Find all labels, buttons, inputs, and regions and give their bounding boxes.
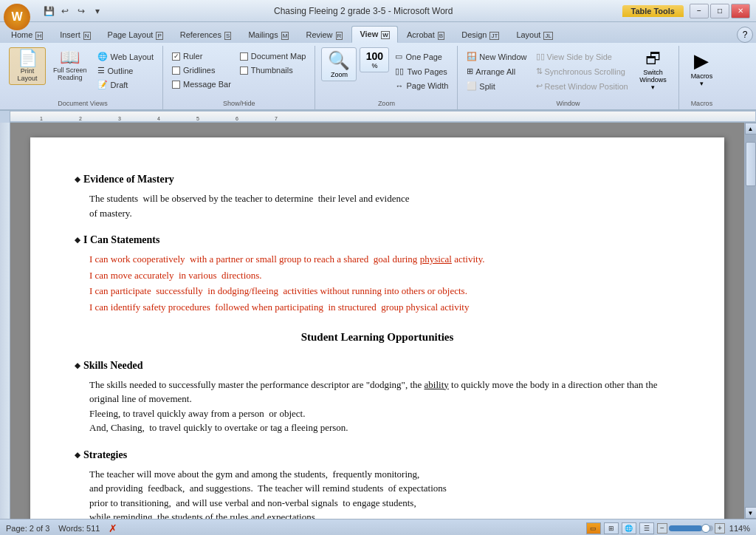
tab-home[interactable]: Home H xyxy=(3,27,51,43)
print-layout-button[interactable]: 📄 PrintLayout xyxy=(9,47,46,85)
outline-status-btn[interactable]: ☰ xyxy=(639,522,654,534)
i-can-heading-text: I Can Statements xyxy=(83,232,159,248)
new-window-button[interactable]: 🪟 New Window xyxy=(464,50,529,63)
zoom-label: Zoom xyxy=(331,71,348,78)
tab-references[interactable]: References S xyxy=(172,27,240,43)
group-macros: ▶ Macros ▾ Macros xyxy=(679,46,725,109)
tab-view[interactable]: View W xyxy=(351,26,398,43)
sync-scroll-icon: ⇅ xyxy=(536,67,543,76)
bullet-1: ◆ xyxy=(75,174,80,185)
print-layout-status-btn[interactable]: ▭ xyxy=(586,522,601,534)
two-pages-button[interactable]: ▯▯ Two Pages xyxy=(392,65,451,78)
tab-design[interactable]: Design JT xyxy=(453,27,507,43)
scroll-up-button[interactable]: ▲ xyxy=(745,123,757,134)
ribbon-tabs: Home H Insert N Page Layout P References… xyxy=(0,22,756,43)
gridlines-checkbox[interactable]: Gridlines xyxy=(169,64,234,76)
zoom-content: 🔍 Zoom 100 % ▭ One Page ▯▯ Two Pages ↔ P… xyxy=(321,47,451,98)
thumbnails-checkbox[interactable]: Thumbnails xyxy=(237,64,309,76)
document-map-checkbox[interactable]: Document Map xyxy=(237,50,309,62)
strategies-heading: ◆ Strategies xyxy=(75,447,680,463)
web-layout-button[interactable]: 🌐 Web Layout xyxy=(94,50,157,63)
underline-physical: physical xyxy=(420,253,452,265)
document-page: ◆ Evidence of Mastery The students will … xyxy=(30,137,724,519)
restore-button[interactable]: □ xyxy=(710,4,729,18)
window-label: Window xyxy=(556,100,580,109)
svg-text:7: 7 xyxy=(275,116,278,121)
tab-mailings[interactable]: Mailings M xyxy=(240,27,297,43)
redo-quick-btn[interactable]: ↪ xyxy=(74,4,89,18)
i-can-line-3: I can participate successfully in dodgin… xyxy=(89,284,680,299)
evidence-heading-text: Evidence of Mastery xyxy=(83,171,174,187)
full-screen-status-btn[interactable]: ⊞ xyxy=(604,522,619,534)
i-can-line-1: I can work cooperatively with a partner … xyxy=(89,252,680,267)
switch-windows-button[interactable]: 🗗 SwitchWindows ▾ xyxy=(634,47,673,93)
vertical-ruler xyxy=(0,123,10,519)
bullet-2: ◆ xyxy=(75,234,80,245)
window-title: Chasing Fleeing 2 grade 3-5 - Microsoft … xyxy=(105,6,622,16)
ruler-checkbox[interactable]: Ruler xyxy=(169,50,234,62)
tab-insert[interactable]: Insert N xyxy=(52,27,98,43)
svg-text:1: 1 xyxy=(40,116,43,121)
macros-label: Macros xyxy=(691,72,713,80)
macros-content: ▶ Macros ▾ xyxy=(685,47,719,98)
scroll-track[interactable] xyxy=(745,134,757,507)
web-layout-icon: 🌐 xyxy=(97,52,108,61)
macros-button[interactable]: ▶ Macros ▾ xyxy=(685,47,719,89)
save-quick-btn[interactable]: 💾 xyxy=(41,4,56,18)
switch-windows-arrow: ▾ xyxy=(651,84,655,91)
help-button[interactable]: ? xyxy=(737,27,753,43)
svg-text:4: 4 xyxy=(157,116,160,121)
zoom-label-group: Zoom xyxy=(378,100,395,109)
reset-window-position-button[interactable]: ↩ Reset Window Position xyxy=(533,80,631,92)
full-screen-reading-button[interactable]: 📖 Full ScreenReading xyxy=(49,47,92,84)
zoom-button[interactable]: 🔍 Zoom xyxy=(321,47,357,81)
full-screen-icon: 📖 xyxy=(60,50,80,66)
synchronous-scrolling-button[interactable]: ⇅ Synchronous Scrolling xyxy=(533,65,631,78)
ribbon: Home H Insert N Page Layout P References… xyxy=(0,22,756,111)
word-count: Words: 511 xyxy=(58,524,100,533)
arrange-all-button[interactable]: ⊞ Arrange All xyxy=(464,65,529,78)
status-right: ▭ ⊞ 🌐 ☰ − + 114% xyxy=(586,522,750,534)
show-hide-label: Show/Hide xyxy=(223,100,255,109)
dropdown-quick-btn[interactable]: ▾ xyxy=(90,4,105,18)
draft-button[interactable]: 📝 Draft xyxy=(94,78,157,91)
tab-review[interactable]: Review R xyxy=(298,27,351,43)
vertical-scrollbar[interactable]: ▲ ▼ xyxy=(744,123,756,519)
svg-text:3: 3 xyxy=(118,116,121,121)
zoom-percent-label: 114% xyxy=(729,524,750,533)
split-button[interactable]: ⬜ Split xyxy=(464,80,529,92)
zoom-slider-area: − + 114% xyxy=(657,523,750,534)
macros-icon: ▶ xyxy=(694,50,709,72)
one-page-button[interactable]: ▭ One Page xyxy=(392,50,451,63)
tab-layout[interactable]: Layout JL xyxy=(508,27,561,43)
view-side-by-side-button[interactable]: ▯▯ View Side by Side xyxy=(533,50,631,63)
full-screen-label: Full ScreenReading xyxy=(53,67,87,81)
skills-heading-text: Skills Needed xyxy=(83,358,143,373)
document-scroll-area[interactable]: ◆ Evidence of Mastery The students will … xyxy=(10,123,744,519)
tab-page-layout[interactable]: Page Layout P xyxy=(100,27,171,43)
zoom-percent-button[interactable]: 100 % xyxy=(360,47,389,72)
zoom-in-button[interactable]: + xyxy=(715,523,725,534)
zoom-slider[interactable] xyxy=(669,525,713,531)
new-window-icon: 🪟 xyxy=(467,52,477,61)
show-hide-content: Ruler Gridlines Message Bar Document Map… xyxy=(169,47,309,98)
page-width-button[interactable]: ↔ Page Width xyxy=(392,80,451,92)
minimize-button[interactable]: − xyxy=(690,4,709,18)
tab-acrobat[interactable]: Acrobat B xyxy=(399,27,453,43)
close-button[interactable]: ✕ xyxy=(731,4,750,18)
undo-quick-btn[interactable]: ↩ xyxy=(58,4,72,18)
ruler-svg: 1 2 3 4 5 6 7 xyxy=(10,112,755,122)
message-bar-checkbox[interactable]: Message Bar xyxy=(169,78,234,90)
macros-arrow: ▾ xyxy=(700,80,704,87)
scroll-thumb[interactable] xyxy=(746,142,756,186)
web-layout-status-btn[interactable]: 🌐 xyxy=(622,522,636,534)
zoom-slider-thumb[interactable] xyxy=(701,524,710,533)
gridlines-check-icon xyxy=(172,67,180,75)
office-button[interactable]: W xyxy=(4,4,30,30)
zoom-out-button[interactable]: − xyxy=(657,523,667,534)
outline-button[interactable]: ☰ Outline xyxy=(94,64,157,77)
underline-ability: ability xyxy=(425,379,449,390)
message-bar-check-icon xyxy=(172,81,180,89)
scroll-down-button[interactable]: ▼ xyxy=(745,507,757,519)
two-pages-icon: ▯▯ xyxy=(395,67,404,76)
